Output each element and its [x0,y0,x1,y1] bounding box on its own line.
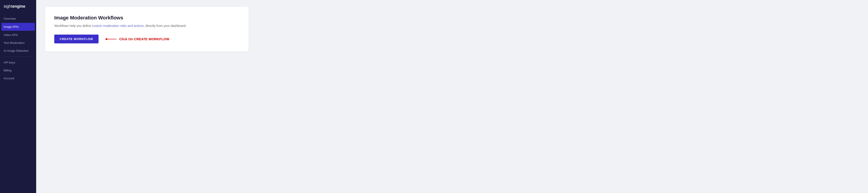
card-description: Workflows help you define custom moderat… [54,24,240,28]
arrow-svg [104,37,118,41]
workflows-card: Image Moderation Workflows Workflows hel… [45,7,249,52]
main-content: Image Moderation Workflows Workflows hel… [36,0,868,193]
sidebar-item-ai-image-detection[interactable]: AI Image Detection [0,47,36,55]
logo-light: sight [4,4,12,8]
card-description-link[interactable]: custom moderation rules and actions [92,24,144,28]
sidebar: sightengine Overview Image APIs Video AP… [0,0,36,193]
sidebar-bottom: API keys Billing Account [0,59,36,87]
annotation-arrow: Click On CREATE WORKFLOW [104,37,169,41]
arrow-indicator [104,37,118,41]
sidebar-item-text-moderation[interactable]: Text Moderation [0,39,36,47]
svg-marker-1 [105,38,107,40]
create-workflow-button[interactable]: CREATE WORKFLOW [54,35,98,43]
sidebar-nav: Overview Image APIs Video APIs Text Mode… [0,14,36,193]
card-actions: CREATE WORKFLOW Click On CREATE WORKFLOW [54,35,240,43]
sidebar-item-image-apis[interactable]: Image APIs [1,23,35,31]
sidebar-item-api-keys[interactable]: API keys [0,59,36,66]
logo-bold: engine [12,4,25,8]
sidebar-item-billing[interactable]: Billing [0,66,36,74]
sidebar-item-account[interactable]: Account [0,74,36,82]
logo: sightengine [0,0,36,14]
sidebar-item-video-apis[interactable]: Video APIs [0,31,36,39]
sidebar-item-overview[interactable]: Overview [0,15,36,23]
card-title: Image Moderation Workflows [54,15,240,21]
annotation-text: Click On CREATE WORKFLOW [119,37,169,41]
